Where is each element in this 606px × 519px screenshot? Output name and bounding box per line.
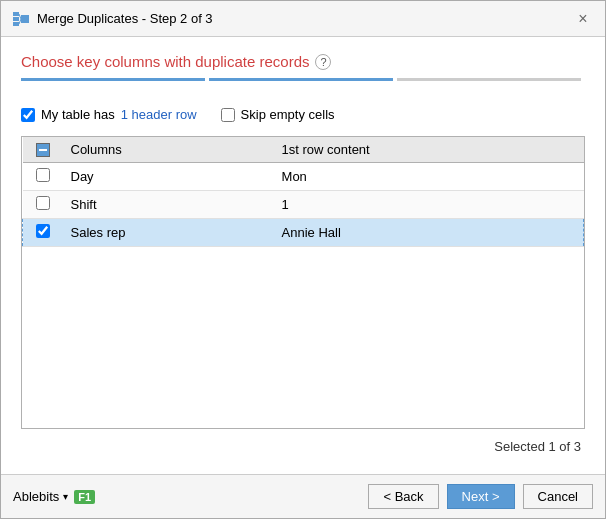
skip-empty-label[interactable]: Skip empty cells (221, 107, 335, 122)
status-text: Selected 1 of 3 (494, 439, 581, 454)
table-row[interactable]: Day Mon (23, 163, 584, 191)
skip-empty-text: Skip empty cells (241, 107, 335, 122)
row-checkbox-cell (23, 163, 63, 191)
f1-badge[interactable]: F1 (74, 490, 95, 504)
row-day-checkbox[interactable] (36, 168, 50, 182)
row-salesrep-name: Sales rep (63, 219, 274, 247)
svg-rect-0 (13, 12, 19, 16)
main-content: Choose key columns with duplicate record… (1, 37, 605, 474)
step-header: Choose key columns with duplicate record… (21, 53, 585, 95)
header-row-text: My table has (41, 107, 115, 122)
row-salesrep-value: Annie Hall (274, 219, 584, 247)
progress-seg-3 (397, 78, 581, 81)
next-button[interactable]: Next > (447, 484, 515, 509)
header-row-highlight: 1 header row (121, 107, 197, 122)
row-shift-value: 1 (274, 191, 584, 219)
columns-header: Columns (63, 137, 274, 163)
footer: Ablebits ▾ F1 < Back Next > Cancel (1, 474, 605, 518)
merge-duplicates-dialog: Merge Duplicates - Step 2 of 3 × Choose … (0, 0, 606, 519)
row-checkbox-cell (23, 219, 63, 247)
table-header-checkbox-cell (23, 137, 63, 163)
skip-empty-checkbox[interactable] (221, 108, 235, 122)
row-checkbox-cell (23, 191, 63, 219)
table-row-selected[interactable]: Sales rep Annie Hall (23, 219, 584, 247)
step-title-text: Choose key columns with duplicate record… (21, 53, 309, 70)
row-shift-checkbox[interactable] (36, 196, 50, 210)
footer-left: Ablebits ▾ F1 (13, 489, 95, 504)
header-indeterminate-checkbox[interactable] (36, 143, 50, 157)
close-button[interactable]: × (573, 9, 593, 29)
help-icon[interactable]: ? (315, 54, 331, 70)
svg-rect-3 (21, 15, 29, 23)
cancel-button[interactable]: Cancel (523, 484, 593, 509)
svg-rect-2 (13, 22, 19, 26)
title-bar: Merge Duplicates - Step 2 of 3 × (1, 1, 605, 37)
status-row: Selected 1 of 3 (21, 439, 585, 454)
table-header-row: Columns 1st row content (23, 137, 584, 163)
chevron-down-icon: ▾ (63, 491, 68, 502)
row-day-value: Mon (274, 163, 584, 191)
progress-seg-1 (21, 78, 205, 81)
options-row: My table has 1 header row Skip empty cel… (21, 107, 585, 122)
ablebits-button[interactable]: Ablebits ▾ (13, 489, 68, 504)
row-day-name: Day (63, 163, 274, 191)
svg-rect-1 (13, 17, 19, 21)
progress-bar (21, 78, 585, 81)
header-row-checkbox[interactable] (21, 108, 35, 122)
back-button[interactable]: < Back (368, 484, 438, 509)
row-shift-name: Shift (63, 191, 274, 219)
merge-icon (13, 11, 29, 27)
header-row-label[interactable]: My table has 1 header row (21, 107, 197, 122)
title-bar-left: Merge Duplicates - Step 2 of 3 (13, 11, 213, 27)
row-salesrep-checkbox[interactable] (36, 224, 50, 238)
first-row-header: 1st row content (274, 137, 584, 163)
table-row[interactable]: Shift 1 (23, 191, 584, 219)
progress-seg-2 (209, 78, 393, 81)
columns-table-container: Columns 1st row content Day Mon (21, 136, 585, 429)
ablebits-label: Ablebits (13, 489, 59, 504)
step-title: Choose key columns with duplicate record… (21, 53, 585, 70)
dialog-title: Merge Duplicates - Step 2 of 3 (37, 11, 213, 26)
footer-right: < Back Next > Cancel (368, 484, 593, 509)
columns-table: Columns 1st row content Day Mon (22, 137, 584, 247)
